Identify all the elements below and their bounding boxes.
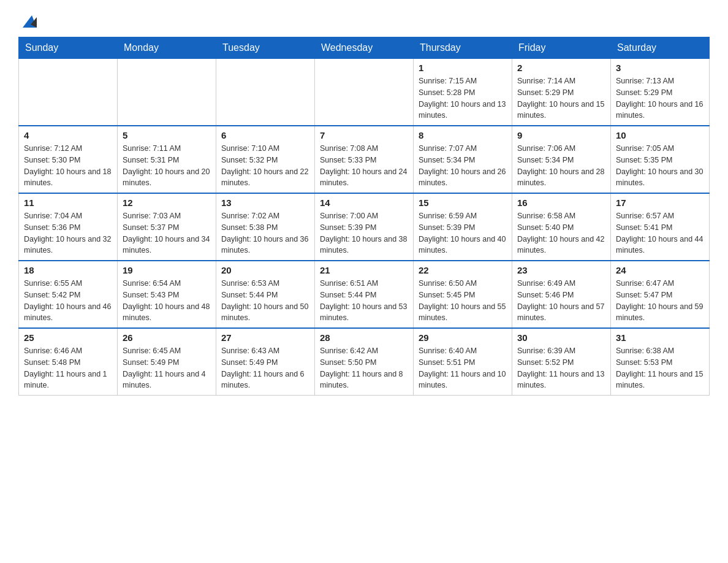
calendar-cell: 28Sunrise: 6:42 AM Sunset: 5:50 PM Dayli… bbox=[315, 328, 414, 396]
header-monday: Monday bbox=[118, 37, 216, 59]
week-row-4: 18Sunrise: 6:55 AM Sunset: 5:42 PM Dayli… bbox=[19, 261, 710, 328]
day-info: Sunrise: 7:04 AM Sunset: 5:36 PM Dayligh… bbox=[24, 210, 112, 256]
day-number: 7 bbox=[320, 130, 408, 140]
day-info: Sunrise: 6:58 AM Sunset: 5:40 PM Dayligh… bbox=[517, 210, 605, 256]
day-number: 2 bbox=[517, 63, 605, 73]
week-row-1: 1Sunrise: 7:15 AM Sunset: 5:28 PM Daylig… bbox=[19, 59, 710, 126]
header-wednesday: Wednesday bbox=[315, 37, 414, 59]
calendar-cell bbox=[19, 59, 118, 126]
day-number: 25 bbox=[24, 332, 112, 343]
calendar-cell: 19Sunrise: 6:54 AM Sunset: 5:43 PM Dayli… bbox=[118, 261, 216, 328]
calendar-cell: 6Sunrise: 7:10 AM Sunset: 5:32 PM Daylig… bbox=[216, 126, 315, 193]
day-info: Sunrise: 6:45 AM Sunset: 5:49 PM Dayligh… bbox=[123, 345, 211, 391]
day-number: 17 bbox=[616, 197, 704, 208]
page-header bbox=[18, 12, 710, 31]
day-info: Sunrise: 7:03 AM Sunset: 5:37 PM Dayligh… bbox=[123, 210, 211, 256]
week-row-5: 25Sunrise: 6:46 AM Sunset: 5:48 PM Dayli… bbox=[19, 328, 710, 396]
calendar-cell: 21Sunrise: 6:51 AM Sunset: 5:44 PM Dayli… bbox=[315, 261, 414, 328]
header-thursday: Thursday bbox=[414, 37, 512, 59]
day-number: 4 bbox=[24, 130, 112, 140]
calendar-cell: 11Sunrise: 7:04 AM Sunset: 5:36 PM Dayli… bbox=[19, 193, 118, 261]
day-number: 1 bbox=[419, 63, 507, 73]
calendar-cell: 3Sunrise: 7:13 AM Sunset: 5:29 PM Daylig… bbox=[611, 59, 710, 126]
calendar-cell: 29Sunrise: 6:40 AM Sunset: 5:51 PM Dayli… bbox=[414, 328, 512, 396]
day-number: 8 bbox=[419, 130, 507, 140]
day-number: 3 bbox=[616, 63, 704, 73]
day-number: 26 bbox=[123, 332, 211, 343]
calendar-cell: 24Sunrise: 6:47 AM Sunset: 5:47 PM Dayli… bbox=[611, 261, 710, 328]
day-info: Sunrise: 7:10 AM Sunset: 5:32 PM Dayligh… bbox=[221, 143, 309, 189]
day-info: Sunrise: 7:14 AM Sunset: 5:29 PM Dayligh… bbox=[517, 75, 605, 121]
calendar-cell: 23Sunrise: 6:49 AM Sunset: 5:46 PM Dayli… bbox=[512, 261, 611, 328]
day-info: Sunrise: 7:15 AM Sunset: 5:28 PM Dayligh… bbox=[419, 75, 507, 121]
calendar-cell: 13Sunrise: 7:02 AM Sunset: 5:38 PM Dayli… bbox=[216, 193, 315, 261]
day-number: 18 bbox=[24, 265, 112, 275]
logo bbox=[18, 12, 38, 31]
calendar-cell: 25Sunrise: 6:46 AM Sunset: 5:48 PM Dayli… bbox=[19, 328, 118, 396]
day-info: Sunrise: 6:39 AM Sunset: 5:52 PM Dayligh… bbox=[517, 345, 605, 391]
header-friday: Friday bbox=[512, 37, 611, 59]
day-info: Sunrise: 6:43 AM Sunset: 5:49 PM Dayligh… bbox=[221, 345, 309, 391]
calendar-cell: 9Sunrise: 7:06 AM Sunset: 5:34 PM Daylig… bbox=[512, 126, 611, 193]
calendar-cell: 31Sunrise: 6:38 AM Sunset: 5:53 PM Dayli… bbox=[611, 328, 710, 396]
day-number: 30 bbox=[517, 332, 605, 343]
calendar-cell: 15Sunrise: 6:59 AM Sunset: 5:39 PM Dayli… bbox=[414, 193, 512, 261]
day-number: 27 bbox=[221, 332, 309, 343]
calendar-cell: 1Sunrise: 7:15 AM Sunset: 5:28 PM Daylig… bbox=[414, 59, 512, 126]
day-info: Sunrise: 6:54 AM Sunset: 5:43 PM Dayligh… bbox=[123, 278, 211, 324]
day-info: Sunrise: 6:53 AM Sunset: 5:44 PM Dayligh… bbox=[221, 278, 309, 324]
day-number: 13 bbox=[221, 197, 309, 208]
day-info: Sunrise: 6:38 AM Sunset: 5:53 PM Dayligh… bbox=[616, 345, 704, 391]
day-number: 19 bbox=[123, 265, 211, 275]
calendar-cell: 26Sunrise: 6:45 AM Sunset: 5:49 PM Dayli… bbox=[118, 328, 216, 396]
calendar-table: SundayMondayTuesdayWednesdayThursdayFrid… bbox=[18, 37, 710, 396]
calendar-cell: 27Sunrise: 6:43 AM Sunset: 5:49 PM Dayli… bbox=[216, 328, 315, 396]
calendar-cell: 4Sunrise: 7:12 AM Sunset: 5:30 PM Daylig… bbox=[19, 126, 118, 193]
day-info: Sunrise: 6:50 AM Sunset: 5:45 PM Dayligh… bbox=[419, 278, 507, 324]
week-row-3: 11Sunrise: 7:04 AM Sunset: 5:36 PM Dayli… bbox=[19, 193, 710, 261]
day-info: Sunrise: 7:11 AM Sunset: 5:31 PM Dayligh… bbox=[123, 143, 211, 189]
calendar-cell: 10Sunrise: 7:05 AM Sunset: 5:35 PM Dayli… bbox=[611, 126, 710, 193]
calendar-cell: 14Sunrise: 7:00 AM Sunset: 5:39 PM Dayli… bbox=[315, 193, 414, 261]
calendar-cell bbox=[216, 59, 315, 126]
day-number: 14 bbox=[320, 197, 408, 208]
day-info: Sunrise: 6:42 AM Sunset: 5:50 PM Dayligh… bbox=[320, 345, 408, 391]
day-number: 21 bbox=[320, 265, 408, 275]
calendar-cell: 18Sunrise: 6:55 AM Sunset: 5:42 PM Dayli… bbox=[19, 261, 118, 328]
calendar-cell: 7Sunrise: 7:08 AM Sunset: 5:33 PM Daylig… bbox=[315, 126, 414, 193]
day-info: Sunrise: 6:46 AM Sunset: 5:48 PM Dayligh… bbox=[24, 345, 112, 391]
calendar-cell: 20Sunrise: 6:53 AM Sunset: 5:44 PM Dayli… bbox=[216, 261, 315, 328]
week-row-2: 4Sunrise: 7:12 AM Sunset: 5:30 PM Daylig… bbox=[19, 126, 710, 193]
day-info: Sunrise: 7:06 AM Sunset: 5:34 PM Dayligh… bbox=[517, 143, 605, 189]
day-number: 9 bbox=[517, 130, 605, 140]
day-number: 23 bbox=[517, 265, 605, 275]
day-info: Sunrise: 6:40 AM Sunset: 5:51 PM Dayligh… bbox=[419, 345, 507, 391]
day-info: Sunrise: 7:13 AM Sunset: 5:29 PM Dayligh… bbox=[616, 75, 704, 121]
day-number: 29 bbox=[419, 332, 507, 343]
calendar-cell: 8Sunrise: 7:07 AM Sunset: 5:34 PM Daylig… bbox=[414, 126, 512, 193]
header-saturday: Saturday bbox=[611, 37, 710, 59]
day-number: 28 bbox=[320, 332, 408, 343]
day-info: Sunrise: 7:12 AM Sunset: 5:30 PM Dayligh… bbox=[24, 143, 112, 189]
day-number: 24 bbox=[616, 265, 704, 275]
calendar-cell bbox=[118, 59, 216, 126]
day-number: 31 bbox=[616, 332, 704, 343]
calendar-cell: 30Sunrise: 6:39 AM Sunset: 5:52 PM Dayli… bbox=[512, 328, 611, 396]
day-number: 22 bbox=[419, 265, 507, 275]
calendar-cell: 12Sunrise: 7:03 AM Sunset: 5:37 PM Dayli… bbox=[118, 193, 216, 261]
day-info: Sunrise: 6:47 AM Sunset: 5:47 PM Dayligh… bbox=[616, 278, 704, 324]
calendar-cell: 5Sunrise: 7:11 AM Sunset: 5:31 PM Daylig… bbox=[118, 126, 216, 193]
calendar-cell: 22Sunrise: 6:50 AM Sunset: 5:45 PM Dayli… bbox=[414, 261, 512, 328]
day-info: Sunrise: 7:05 AM Sunset: 5:35 PM Dayligh… bbox=[616, 143, 704, 189]
day-info: Sunrise: 6:59 AM Sunset: 5:39 PM Dayligh… bbox=[419, 210, 507, 256]
day-number: 5 bbox=[123, 130, 211, 140]
day-info: Sunrise: 6:57 AM Sunset: 5:41 PM Dayligh… bbox=[616, 210, 704, 256]
day-number: 12 bbox=[123, 197, 211, 208]
header-tuesday: Tuesday bbox=[216, 37, 315, 59]
calendar-cell bbox=[315, 59, 414, 126]
calendar-cell: 17Sunrise: 6:57 AM Sunset: 5:41 PM Dayli… bbox=[611, 193, 710, 261]
day-info: Sunrise: 7:08 AM Sunset: 5:33 PM Dayligh… bbox=[320, 143, 408, 189]
day-info: Sunrise: 6:49 AM Sunset: 5:46 PM Dayligh… bbox=[517, 278, 605, 324]
header-sunday: Sunday bbox=[19, 37, 118, 59]
day-info: Sunrise: 7:02 AM Sunset: 5:38 PM Dayligh… bbox=[221, 210, 309, 256]
